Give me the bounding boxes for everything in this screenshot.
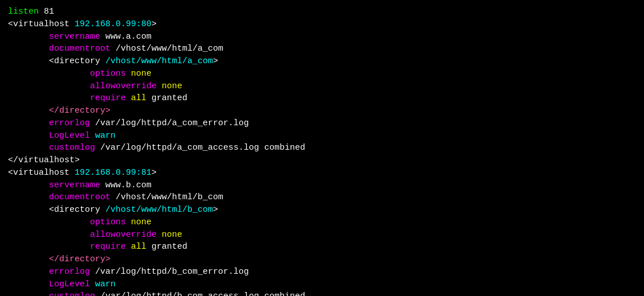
code-token: documentroot bbox=[49, 44, 116, 54]
code-token: all bbox=[131, 93, 146, 103]
code-token: www.a.com bbox=[105, 32, 151, 42]
code-line: require all granted bbox=[8, 241, 636, 253]
code-token: /vhost/www/html/a_com bbox=[105, 56, 213, 66]
code-token: > bbox=[151, 168, 157, 178]
code-line: </virtualhost> bbox=[8, 154, 636, 167]
code-token: 192.168.0.99:80 bbox=[75, 19, 151, 29]
code-line: </directory> bbox=[8, 105, 636, 117]
code-token: /vhost/www/html/b_com bbox=[105, 205, 213, 215]
code-token: warn bbox=[95, 131, 116, 141]
code-token: <directory bbox=[49, 205, 105, 215]
code-token: errorlog bbox=[49, 267, 95, 277]
code-token: LogLevel bbox=[49, 131, 95, 141]
code-token: > bbox=[213, 205, 218, 215]
code-line: listen 81 bbox=[8, 6, 636, 18]
code-token: customlog bbox=[49, 143, 100, 153]
code-token: </directory> bbox=[49, 106, 110, 116]
code-token: none bbox=[131, 69, 151, 79]
code-token: options bbox=[90, 217, 131, 227]
code-token: 81 bbox=[44, 7, 54, 17]
code-line: allowoverride none bbox=[8, 229, 636, 241]
code-line: </directory> bbox=[8, 253, 636, 266]
code-token: none bbox=[131, 217, 151, 227]
code-line: errorlog /var/log/httpd/b_com_error.log bbox=[8, 266, 636, 278]
code-line: documentroot /vhost/www/html/a_com bbox=[8, 43, 636, 55]
code-line: documentroot /vhost/www/html/b_com bbox=[8, 191, 636, 204]
code-token: servername bbox=[49, 180, 105, 190]
code-line: options none bbox=[8, 216, 636, 229]
code-line: options none bbox=[8, 68, 636, 80]
code-token: </directory> bbox=[49, 254, 110, 264]
code-token: combined bbox=[259, 143, 305, 153]
code-token: /vhost/www/html/a_com bbox=[116, 44, 223, 54]
code-token: require bbox=[90, 242, 131, 252]
code-line: <virtualhost 192.168.0.99:80> bbox=[8, 18, 636, 31]
code-token: granted bbox=[146, 93, 187, 103]
code-line: <directory /vhost/www/html/a_com> bbox=[8, 55, 636, 68]
code-token: <virtualhost bbox=[8, 19, 75, 29]
code-token: none bbox=[162, 230, 182, 240]
code-token: none bbox=[162, 81, 182, 91]
code-token: /var/log/httpd/b_com_error.log bbox=[95, 267, 249, 277]
code-token: errorlog bbox=[49, 118, 95, 128]
code-token: > bbox=[151, 19, 157, 29]
code-line: allowoverride none bbox=[8, 80, 636, 93]
code-token: allowoverride bbox=[90, 81, 162, 91]
code-token: combined bbox=[259, 291, 305, 296]
code-token: www.b.com bbox=[105, 180, 151, 190]
code-token: <virtualhost bbox=[8, 168, 75, 178]
code-line: require all granted bbox=[8, 92, 636, 105]
code-editor: listen 81<virtualhost 192.168.0.99:80> s… bbox=[8, 6, 636, 296]
code-token: listen bbox=[8, 7, 44, 17]
code-token: > bbox=[213, 56, 218, 66]
code-line: <directory /vhost/www/html/b_com> bbox=[8, 204, 636, 216]
code-line: <virtualhost 192.168.0.99:81> bbox=[8, 167, 636, 179]
code-token: 192.168.0.99:81 bbox=[75, 168, 151, 178]
code-token: servername bbox=[49, 32, 105, 42]
code-token: options bbox=[90, 69, 131, 79]
code-token: /var/log/httpd/a_com_error.log bbox=[95, 118, 249, 128]
code-line: errorlog /var/log/httpd/a_com_error.log bbox=[8, 117, 636, 130]
code-token: all bbox=[131, 242, 146, 252]
code-line: customlog /var/log/httpd/a_com_access.lo… bbox=[8, 142, 636, 154]
code-line: LogLevel warn bbox=[8, 130, 636, 142]
code-token: documentroot bbox=[49, 192, 116, 202]
code-token: customlog bbox=[49, 291, 100, 296]
code-token: /vhost/www/html/b_com bbox=[116, 192, 223, 202]
code-token: </virtualhost> bbox=[8, 155, 80, 165]
code-token: allowoverride bbox=[90, 230, 162, 240]
code-line: servername www.b.com bbox=[8, 179, 636, 192]
code-token: require bbox=[90, 93, 131, 103]
code-line: customlog /var/log/httpd/b_com_access.lo… bbox=[8, 290, 636, 296]
code-token: granted bbox=[146, 242, 187, 252]
code-token: /var/log/httpd/a_com_access.log bbox=[100, 143, 259, 153]
code-token: <directory bbox=[49, 56, 105, 66]
code-line: LogLevel warn bbox=[8, 278, 636, 291]
code-token: warn bbox=[95, 279, 116, 289]
code-line: servername www.a.com bbox=[8, 31, 636, 43]
code-token: /var/log/httpd/b_com_access.log bbox=[100, 291, 259, 296]
code-token: LogLevel bbox=[49, 279, 95, 289]
